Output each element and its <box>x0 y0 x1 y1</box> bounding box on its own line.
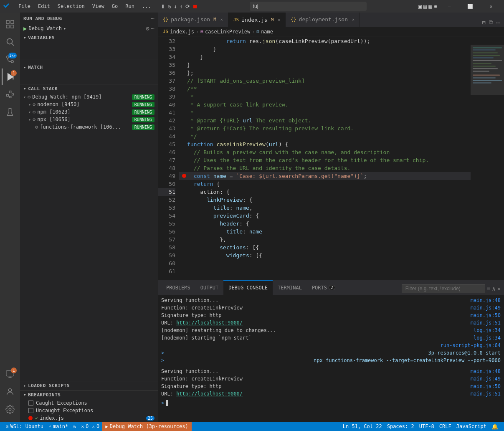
filter-list-btn[interactable]: ≡ <box>487 285 490 292</box>
tab-ports[interactable]: PORTS 2 <box>307 280 340 295</box>
breadcrumb-function[interactable]: caseLinkPreview <box>205 29 250 35</box>
minimap[interactable] <box>471 36 504 280</box>
activity-explorer[interactable] <box>2 16 18 33</box>
tab-layout-btn[interactable]: ⊟ <box>481 18 486 27</box>
callstack-item-functions-framework[interactable]: ⚙ functions-framework [106... RUNNING <box>32 123 158 131</box>
debug-config-chevron[interactable]: ▾ <box>63 26 66 31</box>
tab-terminal[interactable]: TERMINAL <box>273 280 307 295</box>
layout-btn-3[interactable]: ▦ <box>428 3 432 10</box>
menu-edit[interactable]: Edit <box>35 3 53 10</box>
debug-restart-btn[interactable]: ↻ <box>168 3 172 10</box>
status-notifications[interactable]: 🔔 <box>489 423 501 430</box>
panel-close-btn[interactable]: ✕ <box>497 285 501 292</box>
activity-remote[interactable]: 1 <box>2 366 18 383</box>
activity-extensions[interactable] <box>2 86 18 103</box>
console-source-3[interactable]: main.js:50 <box>471 312 501 319</box>
breadcrumb-file[interactable]: index.js <box>170 29 194 35</box>
menu-view[interactable]: View <box>89 3 108 10</box>
console-source-2[interactable]: main.js:49 <box>471 304 501 312</box>
debug-step-out[interactable]: ⟳ <box>185 3 190 10</box>
callstack-item-npm10623[interactable]: ▾ ⚙ npm [10623] RUNNING <box>25 108 158 116</box>
status-cursor[interactable]: Ln 51, Col 22 <box>340 423 385 429</box>
console-source-6[interactable]: log.js:34 <box>474 334 501 342</box>
tab-problems[interactable]: PROBLEMS <box>161 280 195 295</box>
activity-source-control[interactable]: 1k+ <box>2 51 18 68</box>
console-source-9[interactable]: main.js:48 <box>471 368 501 375</box>
console-source-11[interactable]: main.js:50 <box>471 383 501 390</box>
tab-more-btn[interactable]: ⋯ <box>496 18 501 27</box>
tab-packagejson-close[interactable]: ✕ <box>220 17 223 22</box>
caught-exceptions-checkbox[interactable] <box>28 401 33 406</box>
callstack-gear-icon-2: ⚙ <box>33 101 35 107</box>
activity-account[interactable] <box>2 383 18 400</box>
status-encoding[interactable]: UTF-8 <box>417 423 437 429</box>
debug-step-over[interactable]: ↓ <box>174 3 177 10</box>
console-source-1[interactable]: main.js:48 <box>471 297 501 304</box>
debug-settings-btn[interactable]: ⚙ <box>146 25 149 32</box>
breakpoint-caught-exceptions[interactable]: Caught Exceptions <box>20 399 158 407</box>
variables-section-header[interactable]: ▾ VARIABLES <box>20 33 158 42</box>
layout-btn-2[interactable]: ▤ <box>423 3 427 10</box>
debug-more-btn[interactable]: ⋯ <box>151 15 154 22</box>
status-debug-session[interactable]: ▶ Debug Watch (3p-resources) <box>102 422 191 431</box>
breakpoint-indexjs[interactable]: ✓ index.js 25 <box>20 414 158 422</box>
sync-icon: ↻ <box>73 423 76 429</box>
panel-filter-input[interactable] <box>402 284 485 293</box>
debug-pause-btn[interactable]: ⏸ <box>160 3 166 10</box>
maximize-btn[interactable]: ⬜ <box>461 0 480 13</box>
tab-output[interactable]: OUTPUT <box>195 280 223 295</box>
console-source-10[interactable]: main.js:49 <box>471 375 501 383</box>
debug-stop[interactable]: ⏹ <box>192 3 198 10</box>
panel-collapse-btn[interactable]: ∧ <box>492 285 495 292</box>
layout-btn-4[interactable]: ⊞ <box>434 3 437 10</box>
breakpoint-uncaught-exceptions[interactable]: Uncaught Exceptions <box>20 407 158 414</box>
tab-deploymentjson-close[interactable]: ✕ <box>352 17 355 22</box>
console-source-4[interactable]: main.js:51 <box>471 319 501 327</box>
status-branch[interactable]: ⑂ main* <box>46 422 71 431</box>
menu-more[interactable]: ... <box>139 3 154 10</box>
menu-run[interactable]: Run <box>122 3 138 10</box>
menu-selection[interactable]: Selection <box>54 3 88 10</box>
console-source-7[interactable]: run-script-pkg.js:64 <box>441 342 501 349</box>
tab-package-json[interactable]: {} package.json M ✕ <box>158 13 228 27</box>
minimize-btn[interactable]: — <box>440 0 459 13</box>
callstack-item-npx10656[interactable]: ▾ ⚙ npx [10656] RUNNING <box>25 116 158 123</box>
tab-indexjs-close[interactable]: ✕ <box>278 18 280 22</box>
debug-run-icon[interactable]: ▶ <box>23 25 27 32</box>
callstack-item-npm9419[interactable]: ▾ ⚙ Debug Watch: npm [9419] RUNNING <box>20 93 158 101</box>
menu-file[interactable]: File <box>15 3 34 10</box>
layout-btn-1[interactable]: ▣ <box>418 3 421 10</box>
breakpoints-section-header[interactable]: ▾ BREAKPOINTS <box>20 390 158 399</box>
status-spaces[interactable]: Spaces: 2 <box>385 423 417 429</box>
callstack-item-nodemon[interactable]: ▾ ⚙ nodemon [9450] RUNNING <box>25 101 158 108</box>
tab-split-btn[interactable]: ⧉ <box>488 18 494 27</box>
watch-section-header[interactable]: ▾ WATCH <box>20 59 158 76</box>
tab-debug-console[interactable]: DEBUG CONSOLE <box>223 280 273 295</box>
status-line-ending[interactable]: CRLF <box>437 423 454 429</box>
debug-more2-btn[interactable]: ⋯ <box>151 25 154 32</box>
status-errors[interactable]: ✕ 0 ⚠ 0 <box>79 422 102 431</box>
search-input[interactable] <box>250 2 367 11</box>
menu-go[interactable]: Go <box>109 3 121 10</box>
status-language[interactable]: JavaScript <box>454 423 489 429</box>
status-sync[interactable]: ↻ <box>71 422 79 431</box>
activity-settings[interactable] <box>2 401 18 418</box>
debug-step-into[interactable]: ↑ <box>180 3 183 10</box>
console-source-5[interactable]: log.js:34 <box>474 327 501 334</box>
console-source-12[interactable]: main.js:51 <box>471 390 501 398</box>
close-btn[interactable]: ✕ <box>481 0 501 13</box>
activity-testing[interactable] <box>2 104 18 120</box>
tab-deployment-json[interactable]: {} deployment.json ✕ <box>286 13 360 27</box>
uncaught-exceptions-checkbox[interactable] <box>28 408 33 413</box>
code-content[interactable]: return res.json(caseLinkPreview(parsedUr… <box>179 36 471 280</box>
status-remote[interactable]: ⊠ WSL: Ubuntu <box>3 422 46 431</box>
console-url-1[interactable]: http://localhost:9000/ <box>176 320 243 326</box>
console-url-2[interactable]: http://localhost:9000/ <box>176 391 243 397</box>
tab-index-js[interactable]: JS index.js M ✕ <box>228 13 286 27</box>
activity-run-debug[interactable]: 1 <box>2 68 18 85</box>
breadcrumb-var[interactable]: name <box>261 29 273 35</box>
debug-config-name[interactable]: Debug Watch <box>28 25 61 31</box>
callstack-section-header[interactable]: ▾ CALL STACK <box>20 84 158 93</box>
loaded-scripts-header[interactable]: ▸ LOADED SCRIPTS <box>20 381 158 390</box>
activity-search[interactable] <box>2 33 18 50</box>
